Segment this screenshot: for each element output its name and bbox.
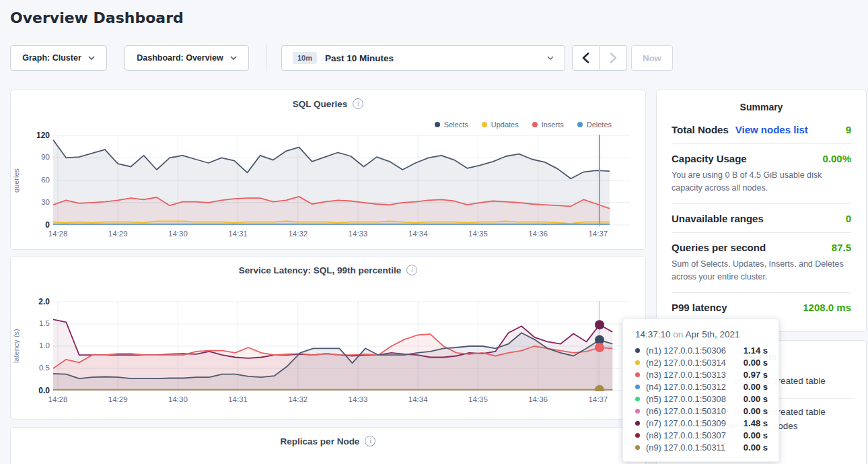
- legend-label: Inserts: [542, 121, 564, 129]
- x-axis-tick: 14:32: [283, 230, 313, 238]
- tooltip-node-address: (n1) 127.0.0.1:50306: [646, 345, 726, 356]
- chevron-down-icon: [547, 56, 554, 60]
- tooltip-node-row: (n5) 127.0.0.1:503080.00 s: [635, 393, 768, 405]
- tooltip-node-row: (n1) 127.0.0.1:503061.14 s: [635, 344, 768, 356]
- y-axis-tick: 60: [41, 176, 50, 184]
- tooltip-node-value: 0.00 s: [744, 430, 768, 440]
- capacity-usage-label: Capacity Usage: [672, 153, 747, 164]
- summary-row-capacity: Capacity Usage 0.00% You are using 0 B o…: [672, 144, 851, 204]
- time-window-nav: [572, 45, 627, 71]
- tooltip-node-value: 0.00 s: [744, 406, 768, 416]
- x-axis-tick: 14:30: [163, 230, 192, 238]
- tooltip-timestamp: 14:37:10 on Apr 5th, 2021: [635, 329, 768, 339]
- tooltip-node-row: (n3) 127.0.0.1:503130.97 s: [635, 368, 768, 380]
- x-axis-tick: 14:28: [43, 395, 73, 403]
- service-latency-title: Service Latency: SQL, 99th percentile: [239, 265, 402, 275]
- summary-title: Summary: [657, 90, 866, 115]
- toolbar-divider: [266, 45, 266, 71]
- page-title: Overview Dashboard: [10, 9, 184, 26]
- sql-queries-title: SQL Queries: [293, 99, 348, 109]
- tooltip-node-address: (n7) 127.0.0.1:50309: [646, 418, 726, 428]
- x-axis-tick: 14:36: [523, 395, 553, 403]
- total-nodes-value: 9: [846, 124, 851, 135]
- legend-label: Selects: [444, 121, 468, 129]
- x-axis-tick: 14:31: [223, 395, 253, 403]
- now-button[interactable]: Now: [631, 45, 673, 71]
- graph-select-dropdown[interactable]: Graph: Cluster: [10, 45, 107, 71]
- graph-select-label: Graph: Cluster: [22, 53, 81, 63]
- x-axis-tick: 14:33: [343, 230, 373, 238]
- tooltip-node-value: 0.97 s: [744, 370, 768, 380]
- tooltip-node-row: (n2) 127.0.0.1:503140.00 s: [635, 356, 768, 368]
- x-axis-tick: 14:36: [523, 230, 553, 238]
- time-range-badge: 10m: [293, 52, 317, 64]
- tooltip-node-list: (n1) 127.0.0.1:503061.14 s(n2) 127.0.0.1…: [635, 344, 768, 453]
- total-nodes-label: Total Nodes: [672, 124, 729, 135]
- x-axis-tick: 14:32: [283, 395, 313, 403]
- x-axis-tick: 14:35: [463, 395, 493, 403]
- time-range-dropdown[interactable]: 10m Past 10 Minutes: [281, 45, 565, 71]
- tooltip-node-value: 1.48 s: [744, 418, 768, 428]
- tooltip-node-row: (n8) 127.0.0.1:503070.00 s: [635, 429, 768, 441]
- tooltip-node-address: (n5) 127.0.0.1:50308: [646, 394, 726, 404]
- x-axis-tick: 14:31: [223, 230, 253, 238]
- tooltip-node-address: (n9) 127.0.0.1:50311: [646, 442, 725, 453]
- tooltip-node-row: (n7) 127.0.0.1:503091.48 s: [635, 417, 768, 429]
- qps-desc: Sum of Selects, Updates, Inserts, and De…: [672, 258, 851, 284]
- unavailable-ranges-value: 0: [846, 213, 851, 224]
- series-color-dot: [635, 397, 640, 401]
- tooltip-node-value: 0.00 s: [744, 442, 768, 453]
- dashboard-select-label: Dashboard: Overview: [137, 53, 223, 63]
- series-color-dot: [635, 372, 640, 377]
- info-icon[interactable]: i: [406, 265, 417, 275]
- chevron-down-icon: [88, 56, 95, 60]
- y-axis-tick: 30: [41, 198, 50, 206]
- service-latency-panel: Service Latency: SQL, 99th percentile i …: [10, 256, 646, 420]
- chevron-left-icon: [582, 53, 589, 63]
- chevron-down-icon: [230, 56, 237, 60]
- y-axis-ticks: 0306090120: [11, 135, 50, 226]
- info-icon[interactable]: i: [365, 436, 375, 446]
- info-icon[interactable]: i: [353, 98, 363, 109]
- series-color-dot: [635, 445, 640, 450]
- sql-queries-plot[interactable]: [53, 135, 630, 226]
- sql-queries-legend: SelectsUpdatesInsertsDeletes: [435, 121, 612, 129]
- legend-color-dot: [532, 122, 538, 127]
- series-color-dot: [635, 360, 640, 365]
- sql-queries-panel: SQL Queries i SelectsUpdatesInsertsDelet…: [10, 90, 646, 250]
- x-axis-tick: 14:37: [583, 395, 613, 403]
- y-axis-tick: 120: [36, 131, 50, 140]
- x-axis-tick: 14:35: [463, 230, 493, 238]
- x-axis-ticks: 14:2814:2914:3014:3114:3214:3314:3414:35…: [11, 395, 645, 406]
- capacity-usage-desc: You are using 0 B of 4.5 GiB usable disk…: [672, 169, 851, 195]
- x-axis-tick: 14:29: [103, 395, 133, 403]
- legend-color-dot: [577, 122, 583, 127]
- tooltip-node-value: 0.00 s: [744, 394, 768, 404]
- time-window-next-button[interactable]: [600, 45, 627, 71]
- legend-label: Updates: [491, 121, 519, 129]
- dashboard-select-dropdown[interactable]: Dashboard: Overview: [124, 45, 249, 71]
- legend-color-dot: [482, 122, 487, 127]
- legend-color-dot: [435, 122, 440, 127]
- x-axis-tick: 14:37: [583, 230, 613, 238]
- tooltip-node-value: 1.14 s: [744, 345, 768, 356]
- view-nodes-list-link[interactable]: View nodes list: [735, 124, 808, 135]
- y-axis-tick: 0.0: [38, 386, 50, 395]
- legend-item-updates[interactable]: Updates: [482, 121, 519, 129]
- x-axis-tick: 14:34: [403, 230, 433, 238]
- tooltip-node-value: 0.00 s: [744, 358, 768, 368]
- legend-item-inserts[interactable]: Inserts: [532, 121, 564, 129]
- capacity-usage-value: 0.00%: [822, 153, 851, 164]
- y-axis-tick: 2.0: [38, 297, 50, 306]
- series-color-dot: [635, 421, 640, 426]
- series-color-dot: [635, 409, 640, 413]
- time-range-label: Past 10 Minutes: [325, 53, 394, 63]
- legend-item-selects[interactable]: Selects: [435, 121, 468, 129]
- x-axis-tick: 14:30: [163, 395, 192, 403]
- service-latency-plot[interactable]: [53, 301, 630, 391]
- legend-item-deletes[interactable]: Deletes: [577, 121, 612, 129]
- summary-row-qps: Queries per second 87.5 Sum of Selects, …: [672, 233, 851, 293]
- chevron-right-icon: [610, 53, 617, 63]
- time-window-prev-button[interactable]: [572, 45, 600, 71]
- summary-panel: Summary Total Nodes View nodes list 9 Ca…: [656, 90, 867, 332]
